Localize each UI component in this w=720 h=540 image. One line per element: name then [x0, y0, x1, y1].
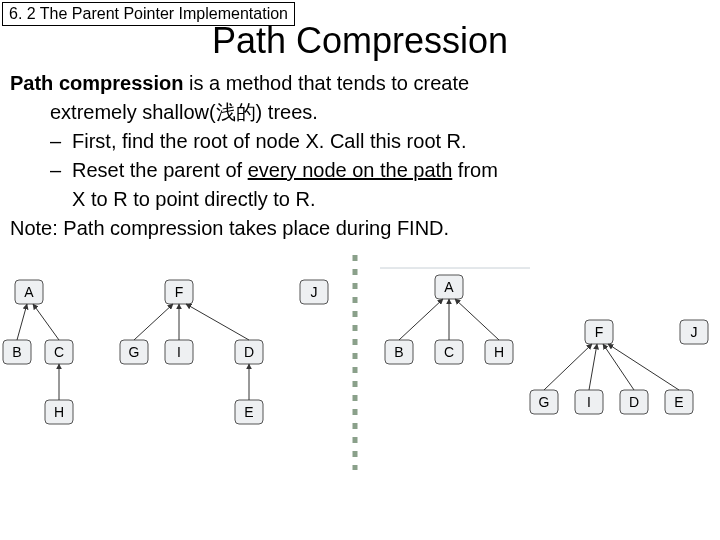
svg-line-24 [186, 304, 249, 340]
svg-line-50 [544, 344, 592, 390]
svg-text:E: E [674, 394, 683, 410]
right-tree-f: F G I D E [530, 320, 693, 414]
svg-text:A: A [444, 279, 454, 295]
svg-text:J: J [311, 284, 318, 300]
svg-line-9 [17, 304, 27, 340]
svg-text:F: F [595, 324, 604, 340]
svg-text:A: A [24, 284, 34, 300]
diagram-area: A B C H F G I D E J A B [0, 250, 720, 480]
left-tree-j: J [300, 280, 328, 304]
svg-line-39 [455, 299, 499, 340]
svg-text:J: J [691, 324, 698, 340]
svg-line-22 [134, 304, 173, 340]
right-tree-j: J [680, 320, 708, 344]
svg-text:B: B [394, 344, 403, 360]
svg-line-10 [33, 304, 59, 340]
svg-text:G: G [129, 344, 140, 360]
svg-text:E: E [244, 404, 253, 420]
svg-text:C: C [54, 344, 64, 360]
svg-text:G: G [539, 394, 550, 410]
svg-text:I: I [177, 344, 181, 360]
svg-text:D: D [629, 394, 639, 410]
left-tree-a: A B C H [3, 280, 73, 424]
svg-text:C: C [444, 344, 454, 360]
svg-text:B: B [12, 344, 21, 360]
term-bold: Path compression [10, 72, 183, 94]
svg-text:I: I [587, 394, 591, 410]
right-tree-a: A B C H [385, 275, 513, 364]
left-tree-f: F G I D E [120, 280, 263, 424]
tree-diagrams: A B C H F G I D E J A B [0, 250, 720, 480]
svg-text:D: D [244, 344, 254, 360]
svg-text:H: H [494, 344, 504, 360]
svg-line-51 [589, 344, 597, 390]
page-title: Path Compression [0, 20, 720, 62]
svg-line-37 [399, 299, 443, 340]
body-text: Path compression is a method that tends … [0, 70, 720, 242]
svg-text:H: H [54, 404, 64, 420]
svg-text:F: F [175, 284, 184, 300]
